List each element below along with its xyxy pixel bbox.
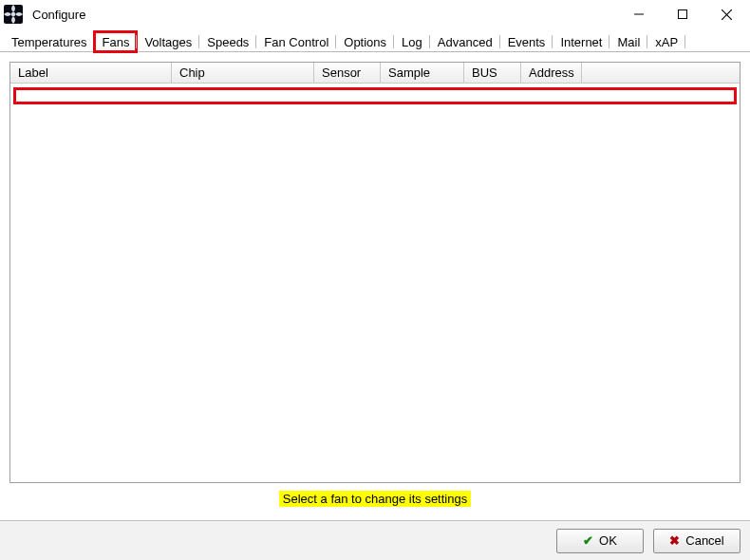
close-button[interactable]: [704, 0, 748, 28]
column-headers: Label Chip Sensor Sample BUS Address: [10, 63, 740, 84]
tab-label: Advanced: [438, 35, 493, 49]
ok-button-label: OK: [599, 533, 617, 548]
tab-xap[interactable]: xAP: [647, 31, 685, 52]
app-icon: [4, 5, 23, 24]
selected-row-highlight[interactable]: [13, 87, 737, 104]
tabstrip: Temperatures Fans Voltages Speeds Fan Co…: [0, 28, 750, 52]
column-header-sensor[interactable]: Sensor: [314, 63, 381, 83]
tab-log[interactable]: Log: [394, 31, 430, 52]
cross-icon: ✖: [669, 533, 680, 548]
button-bar: ✔ OK ✖ Cancel: [0, 520, 750, 560]
tab-temperatures[interactable]: Temperatures: [4, 31, 94, 52]
tab-label: Log: [402, 35, 422, 49]
tab-mail[interactable]: Mail: [609, 31, 647, 52]
column-header-address[interactable]: Address: [521, 63, 582, 83]
tab-advanced[interactable]: Advanced: [430, 31, 500, 52]
column-header-sample[interactable]: Sample: [381, 63, 464, 83]
tab-label: Speeds: [207, 35, 249, 49]
tab-label: Voltages: [144, 35, 192, 49]
tab-events[interactable]: Events: [500, 31, 553, 52]
list-body: [10, 84, 740, 482]
column-header-spacer: [582, 63, 740, 83]
tab-label: Options: [344, 35, 386, 49]
fan-listview[interactable]: Label Chip Sensor Sample BUS Address: [9, 62, 741, 483]
titlebar: Configure: [0, 0, 750, 28]
tab-voltages[interactable]: Voltages: [137, 31, 199, 52]
tab-fans[interactable]: Fans: [94, 31, 137, 52]
column-header-chip[interactable]: Chip: [172, 63, 314, 83]
svg-rect-2: [679, 10, 687, 19]
maximize-button[interactable]: [661, 0, 704, 28]
minimize-button[interactable]: [617, 0, 661, 28]
tab-label: xAP: [655, 35, 678, 49]
tab-label: Temperatures: [11, 35, 86, 49]
tab-label: Events: [508, 35, 546, 49]
tab-content: Label Chip Sensor Sample BUS Address Sel…: [0, 52, 750, 520]
ok-button[interactable]: ✔ OK: [556, 529, 644, 553]
hint-text: Select a fan to change its settings: [279, 491, 471, 507]
tab-label: Fans: [102, 35, 129, 49]
check-icon: ✔: [583, 533, 593, 548]
configure-window: Configure Temperatures Fans Voltages Spe…: [0, 0, 750, 560]
tab-label: Mail: [617, 35, 640, 49]
tab-label: Fan Control: [264, 35, 328, 49]
cancel-button-label: Cancel: [685, 533, 723, 548]
tab-internet[interactable]: Internet: [553, 31, 609, 52]
tab-label: Internet: [560, 35, 602, 49]
tab-options[interactable]: Options: [336, 31, 394, 52]
column-header-label[interactable]: Label: [10, 63, 172, 83]
svg-point-0: [11, 12, 15, 16]
cancel-button[interactable]: ✖ Cancel: [653, 529, 741, 553]
column-header-bus[interactable]: BUS: [464, 63, 521, 83]
tab-speeds[interactable]: Speeds: [199, 31, 256, 52]
tab-fan-control[interactable]: Fan Control: [256, 31, 336, 52]
hint-row: Select a fan to change its settings: [9, 483, 741, 511]
window-title: Configure: [32, 8, 85, 22]
